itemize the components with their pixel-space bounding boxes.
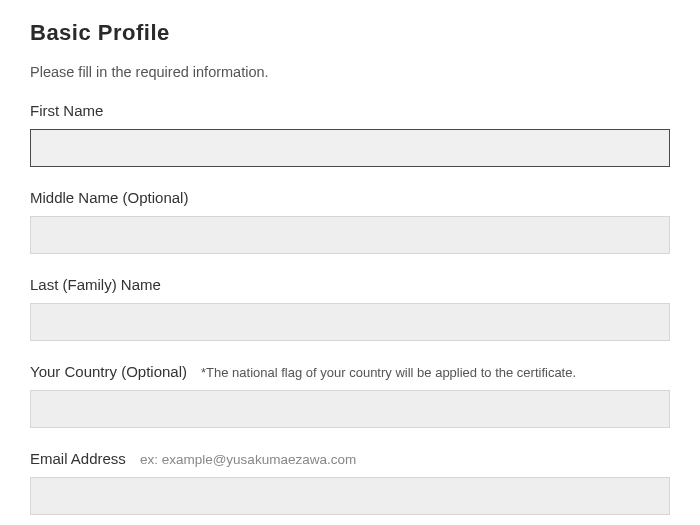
- email-hint: ex: example@yusakumaezawa.com: [140, 452, 356, 467]
- country-label: Your Country (Optional): [30, 363, 187, 380]
- last-name-label: Last (Family) Name: [30, 276, 161, 293]
- page-subtitle: Please fill in the required information.: [30, 64, 670, 80]
- first-name-label: First Name: [30, 102, 103, 119]
- middle-name-group: Middle Name (Optional): [30, 189, 670, 254]
- middle-name-label: Middle Name (Optional): [30, 189, 188, 206]
- page-title: Basic Profile: [30, 20, 670, 46]
- email-label: Email Address: [30, 450, 126, 467]
- country-note: *The national flag of your country will …: [201, 365, 576, 380]
- email-group: Email Address ex: example@yusakumaezawa.…: [30, 450, 670, 515]
- last-name-input[interactable]: [30, 303, 670, 341]
- email-input[interactable]: [30, 477, 670, 515]
- middle-name-input[interactable]: [30, 216, 670, 254]
- last-name-group: Last (Family) Name: [30, 276, 670, 341]
- country-group: Your Country (Optional) *The national fl…: [30, 363, 670, 428]
- country-input[interactable]: [30, 390, 670, 428]
- first-name-input[interactable]: [30, 129, 670, 167]
- first-name-group: First Name: [30, 102, 670, 167]
